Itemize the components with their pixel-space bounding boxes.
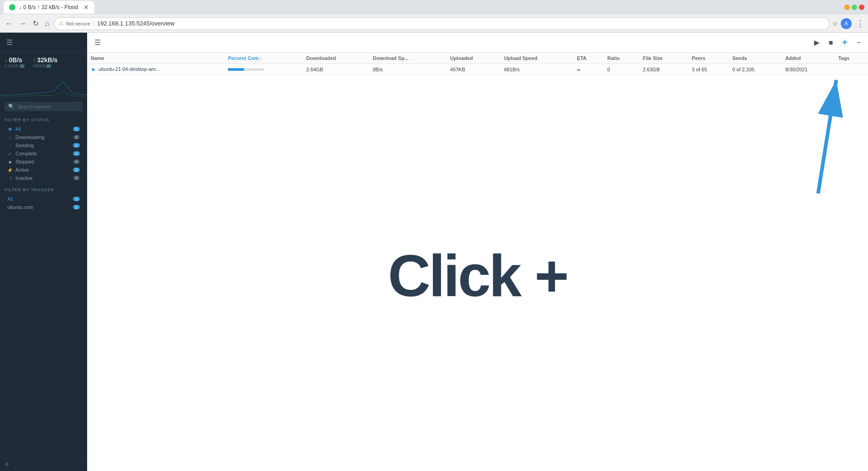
settings-button[interactable]: ⚙ <box>5 461 83 467</box>
filter-status-item-active[interactable]: ⚡ Active 1 <box>5 166 83 174</box>
sidebar-toggle-button[interactable]: ☰ <box>92 36 103 49</box>
click-plus-text: Click + <box>388 242 567 310</box>
browser-titlebar: ↓ 0 B/s ↑ 32 kB/s - Flood ✕ <box>0 0 868 15</box>
progress-bar <box>228 68 264 71</box>
column-header-peers[interactable]: Peers <box>688 53 729 64</box>
column-header-seeds[interactable]: Seeds <box>729 53 782 64</box>
column-header-uploaded[interactable]: Uploaded <box>446 53 500 64</box>
tab-close-button[interactable]: ✕ <box>83 4 89 10</box>
upload-total: 505KB ∞ <box>33 64 58 68</box>
filter-status-badge: 1 <box>73 127 80 131</box>
filter-status-title: FILTER BY STATUS <box>5 118 83 122</box>
click-plus-overlay: Click + <box>87 80 868 471</box>
speed-chart <box>0 72 87 99</box>
column-header-download_speed[interactable]: Download Sp... <box>369 53 446 64</box>
profile-avatar[interactable]: A <box>841 18 852 29</box>
settings-icon: ⚙ <box>5 461 9 467</box>
column-header-added[interactable]: Added <box>782 53 835 64</box>
table-container: NamePercent Com -DownloadedDownload Sp..… <box>87 53 868 471</box>
filter-status-label: Seeding <box>15 143 34 148</box>
column-header-percent[interactable]: Percent Com - <box>224 53 303 64</box>
browser-chrome: ↓ 0 B/s ↑ 32 kB/s - Flood ✕ ← → ↻ ⌂ ⚠ No… <box>0 0 868 33</box>
filter-tracker-badge: 1 <box>73 197 80 201</box>
torrent-name-cell: ▶ ubuntu-21.04-desktop-am... <box>87 64 224 75</box>
column-header-downloaded[interactable]: Downloaded <box>303 53 369 64</box>
tab-favicon <box>9 4 15 10</box>
app-container: ☰ ↓ 0B/s 2.64GB ∞ ↑ 32kB/s 505 <box>0 33 868 471</box>
filter-tracker-item-ubuntu-com[interactable]: ubuntu.com 1 <box>5 203 83 211</box>
sidebar: ☰ ↓ 0B/s 2.64GB ∞ ↑ 32kB/s 505 <box>0 33 87 471</box>
table-header: NamePercent Com -DownloadedDownload Sp..… <box>87 53 868 64</box>
upload-arrow-icon: ↑ <box>33 57 36 64</box>
filter-status-list: ✱ All 1 ↓ Downloading 0 ↑ Seeding 1 ✓ Co… <box>5 125 83 182</box>
filter-status-label: Active <box>15 167 29 173</box>
tab-title: ↓ 0 B/s ↑ 32 kB/s - Flood <box>19 4 78 10</box>
column-header-ratio[interactable]: Ratio <box>603 53 639 64</box>
filter-status-icon: ☽ <box>7 176 13 181</box>
hamburger-button[interactable]: ☰ <box>5 36 15 49</box>
stop-button[interactable]: ■ <box>826 37 836 49</box>
download-stats: ↓ 0B/s 2.64GB ∞ <box>5 56 25 68</box>
torrent-play-button[interactable]: ▶ <box>91 66 97 72</box>
torrent-upload_speed-cell: 681B/s <box>500 64 574 75</box>
download-limit-badge: ∞ <box>20 64 25 68</box>
browser-tab[interactable]: ↓ 0 B/s ↑ 32 kB/s - Flood ✕ <box>4 1 94 14</box>
bookmark-button[interactable]: ☆ <box>832 20 838 27</box>
filter-status-item-stopped[interactable]: ■ Stopped 0 <box>5 158 83 166</box>
search-input[interactable] <box>17 104 79 109</box>
resume-button[interactable]: ▶ <box>811 36 822 49</box>
svg-line-1 <box>818 80 836 193</box>
column-header-tags[interactable]: Tags <box>834 53 868 64</box>
column-header-upload_speed[interactable]: Upload Speed <box>500 53 574 64</box>
main-content: ☰ ▶ ■ + − NamePercent Com -DownloadedDow… <box>87 33 868 471</box>
torrent-name: ubuntu-21.04-desktop-am... <box>98 66 160 72</box>
add-torrent-button[interactable]: + <box>839 35 850 50</box>
forward-button[interactable]: → <box>17 18 28 30</box>
back-button[interactable]: ← <box>4 18 15 30</box>
home-button[interactable]: ⌂ <box>43 18 51 30</box>
torrent-download_speed-cell: 0B/s <box>369 64 446 75</box>
filter-status-item-all[interactable]: ✱ All 1 <box>5 125 83 133</box>
filter-status-badge: 1 <box>73 143 80 148</box>
filter-status-label: All <box>15 126 21 132</box>
filter-status-item-complete[interactable]: ✓ Complete 1 <box>5 149 83 158</box>
reload-button[interactable]: ↻ <box>31 17 40 30</box>
filter-status-item-downloading[interactable]: ↓ Downloading 0 <box>5 133 83 141</box>
torrent-downloaded-cell: 2.64GB <box>303 64 369 75</box>
security-warning-icon: ⚠ <box>59 20 64 26</box>
torrent-table: NamePercent Com -DownloadedDownload Sp..… <box>87 53 868 75</box>
filter-status-icon: ■ <box>7 159 13 164</box>
filter-tracker-item-all[interactable]: All 1 <box>5 195 83 203</box>
upload-stats: ↑ 32kB/s 505KB ∞ <box>33 56 58 68</box>
filter-status-badge: 0 <box>73 176 80 180</box>
filter-status-badge: 1 <box>73 151 80 156</box>
remove-button[interactable]: − <box>854 37 863 49</box>
filter-status-badge: 0 <box>73 135 80 139</box>
security-label: Not secure <box>66 21 90 26</box>
filter-status-item-inactive[interactable]: ☽ Inactive 0 <box>5 174 83 182</box>
address-input[interactable] <box>97 20 824 27</box>
filter-status-badge: 1 <box>73 168 80 172</box>
filter-status-badge: 0 <box>73 159 80 164</box>
close-button[interactable] <box>859 5 864 10</box>
minimize-button[interactable] <box>844 5 850 10</box>
address-bar-container: ⚠ Not secure | <box>54 17 829 30</box>
table-row[interactable]: ▶ ubuntu-21.04-desktop-am...2.64GB0B/s45… <box>87 64 868 75</box>
filter-status-icon: ↓ <box>7 135 13 140</box>
filter-status-icon: ↑ <box>7 143 13 148</box>
maximize-button[interactable] <box>852 5 857 10</box>
click-arrow-svg <box>777 66 859 203</box>
browser-toolbar: ← → ↻ ⌂ ⚠ Not secure | ☆ A ⋮ <box>0 15 868 33</box>
filter-status-icon: ✱ <box>7 127 13 132</box>
column-header-name[interactable]: Name <box>87 53 224 64</box>
browser-menu-button[interactable]: ⋮ <box>856 19 864 29</box>
sidebar-header: ☰ <box>0 33 87 53</box>
column-header-file_size[interactable]: File Size <box>639 53 688 64</box>
torrent-tags-cell <box>834 64 868 75</box>
filter-status-item-seeding[interactable]: ↑ Seeding 1 <box>5 141 83 149</box>
torrent-added-cell: 8/30/2021 <box>782 64 835 75</box>
column-header-eta[interactable]: ETA <box>574 53 604 64</box>
filter-tracker-list: All 1 ubuntu.com 1 <box>5 195 83 211</box>
speed-stats: ↓ 0B/s 2.64GB ∞ ↑ 32kB/s 505KB ∞ <box>0 53 87 72</box>
filter-status-label: Inactive <box>15 175 33 181</box>
